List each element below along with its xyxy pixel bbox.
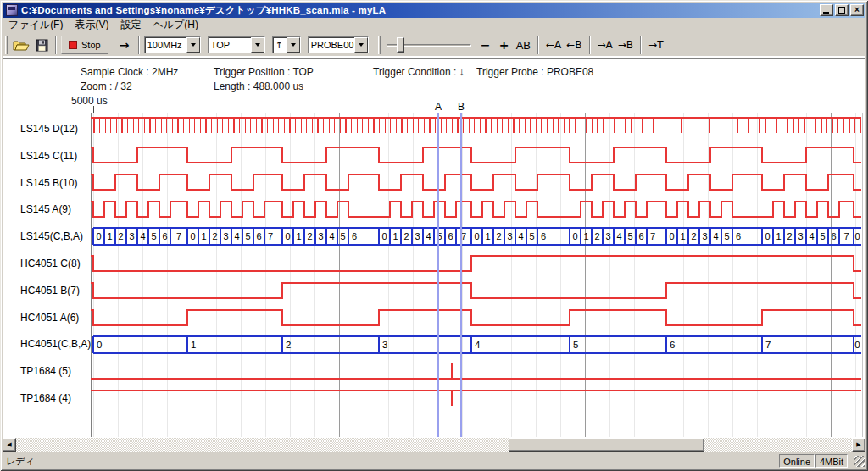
toolbar-separator xyxy=(537,36,539,54)
channel-label: LS145 A(9) xyxy=(20,203,71,215)
toolbar-separator xyxy=(138,36,140,54)
memory-size-badge: 4MBit xyxy=(815,454,848,468)
length-info: Length : 488.000 us xyxy=(214,80,303,92)
title-bar: C:¥Documents and Settings¥noname¥デスクトップ¥… xyxy=(3,3,865,18)
slider-thumb[interactable] xyxy=(397,37,404,53)
channel-label: HC4051 B(7) xyxy=(20,285,80,296)
trigger-edge-combo[interactable]: ↑ xyxy=(272,36,301,53)
app-icon xyxy=(6,4,18,16)
sample-clock-info: Sample Clock : 2MHz xyxy=(81,66,178,78)
open-folder-icon xyxy=(13,39,30,52)
channel-label: LS145(C,B,A) xyxy=(20,230,83,242)
goto-trigger-button[interactable]: →T xyxy=(646,36,665,54)
goto-b-right-button[interactable]: →B xyxy=(615,36,636,54)
minimize-icon xyxy=(823,12,829,14)
dropdown-arrow-icon[interactable] xyxy=(354,37,368,53)
sample-clock-combo[interactable]: 100MHz xyxy=(144,36,201,53)
trigger-condition-info: Trigger Condition : ↓ xyxy=(373,66,465,78)
trigger-position-combo[interactable]: TOP xyxy=(208,36,265,53)
waveform-client-area xyxy=(3,58,865,438)
toolbar: Stop → 100MHz TOP ↑ PROBE00 − + AB ←A ←B xyxy=(3,32,865,58)
trigger-edge-value: ↑ xyxy=(273,37,287,53)
scroll-left-button[interactable]: ◀ xyxy=(3,438,16,452)
window-title: C:¥Documents and Settings¥noname¥デスクトップ¥… xyxy=(21,4,386,17)
ab-range-button[interactable]: AB xyxy=(514,36,533,54)
trigger-probe-combo[interactable]: PROBE00 xyxy=(308,36,369,53)
stop-button[interactable]: Stop xyxy=(61,36,108,54)
trigger-probe-value: PROBE00 xyxy=(309,37,354,53)
toolbar-grip xyxy=(5,36,8,54)
toolbar-separator xyxy=(640,36,642,54)
channel-label: LS145 D(12) xyxy=(20,123,78,135)
menu-settings[interactable]: 設定 xyxy=(114,17,147,33)
minimize-button[interactable] xyxy=(820,4,833,16)
stop-icon xyxy=(69,41,77,49)
status-ready-text: レディ xyxy=(6,455,35,468)
trigger-position-info: Trigger Position : TOP xyxy=(214,66,314,78)
trigger-position-value: TOP xyxy=(209,37,251,53)
zoom-info: Zoom : / 32 xyxy=(81,80,132,92)
close-button[interactable]: × xyxy=(850,4,864,16)
trigger-probe-info: Trigger Probe : PROBE08 xyxy=(476,66,593,78)
horizontal-scrollbar[interactable]: ◀ ▶ xyxy=(3,438,865,452)
run-button[interactable]: → xyxy=(115,36,134,54)
channel-label: HC4051 C(8) xyxy=(20,258,81,269)
save-file-button[interactable] xyxy=(32,36,51,54)
dropdown-arrow-icon[interactable] xyxy=(186,37,200,53)
menu-file[interactable]: ファイル(F) xyxy=(3,17,69,33)
toolbar-separator xyxy=(55,36,57,54)
channel-label: LS145 C(11) xyxy=(20,150,77,162)
online-status-badge: Online xyxy=(779,454,815,468)
goto-a-right-button[interactable]: →A xyxy=(595,36,615,54)
dropdown-arrow-icon[interactable] xyxy=(287,37,300,53)
channel-label: LS145 B(10) xyxy=(20,177,77,189)
stop-label: Stop xyxy=(81,40,101,50)
time-scale-label: 5000 us xyxy=(71,95,108,107)
sample-clock-value: 100MHz xyxy=(145,37,186,53)
channel-label: HC4051(C,B,A) xyxy=(20,338,91,350)
zoom-in-button[interactable]: + xyxy=(495,36,514,54)
toolbar-grip xyxy=(378,36,381,54)
save-floppy-icon xyxy=(36,39,48,52)
maximize-icon xyxy=(838,7,845,14)
menu-view[interactable]: 表示(V) xyxy=(69,17,114,33)
channel-label: HC4051 A(6) xyxy=(20,312,79,324)
scroll-right-button[interactable]: ▶ xyxy=(852,438,865,452)
zoom-out-button[interactable]: − xyxy=(476,36,495,54)
scrollbar-thumb[interactable] xyxy=(509,438,704,452)
dropdown-arrow-icon[interactable] xyxy=(251,37,264,53)
channel-label: TP1684 (4) xyxy=(20,392,71,404)
resize-grip[interactable] xyxy=(854,456,865,467)
toolbar-separator xyxy=(589,36,591,54)
menu-help[interactable]: ヘルプ(H) xyxy=(147,17,204,33)
goto-a-left-button[interactable]: ←A xyxy=(543,36,564,54)
goto-b-left-button[interactable]: ←B xyxy=(564,36,584,54)
open-file-button[interactable] xyxy=(10,36,32,54)
zoom-slider[interactable] xyxy=(387,36,471,54)
app-window: C:¥Documents and Settings¥noname¥デスクトップ¥… xyxy=(0,0,868,471)
maximize-button[interactable] xyxy=(835,4,849,16)
status-bar: レディ Online 4MBit xyxy=(3,452,865,468)
menu-bar: ファイル(F) 表示(V) 設定 ヘルプ(H) xyxy=(3,18,865,32)
channel-label: TP1684 (5) xyxy=(20,365,71,377)
